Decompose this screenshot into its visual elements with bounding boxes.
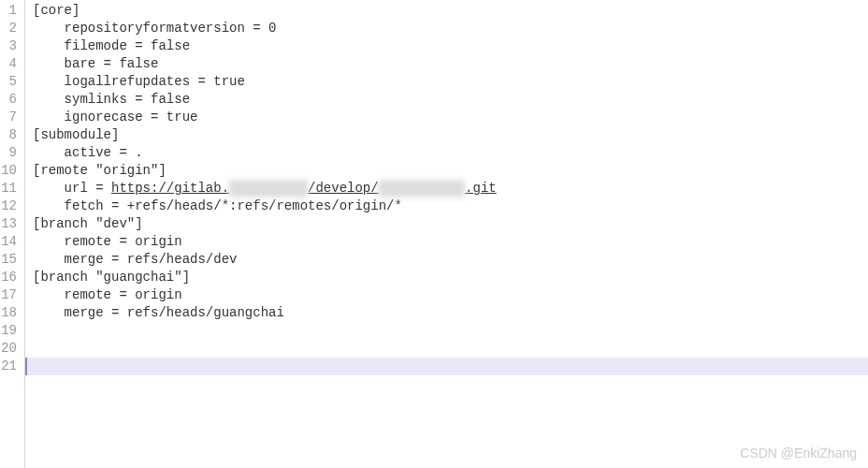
code-line[interactable]: bare = false xyxy=(27,55,868,73)
line-number: 9 xyxy=(0,144,17,162)
line-number: 5 xyxy=(0,73,17,91)
line-number: 19 xyxy=(0,322,17,340)
line-number: 14 xyxy=(0,233,17,251)
watermark-text: CSDN @EnkiZhang xyxy=(740,446,857,461)
code-line[interactable]: [core] xyxy=(27,2,868,20)
line-number: 17 xyxy=(0,286,17,304)
line-number: 10 xyxy=(0,162,17,180)
code-line[interactable]: merge = refs/heads/guangchai xyxy=(27,304,868,322)
line-number: 6 xyxy=(0,91,17,109)
code-line[interactable]: repositoryformatversion = 0 xyxy=(27,20,868,37)
code-line[interactable]: [submodule] xyxy=(27,126,868,144)
code-editor[interactable]: 123456789101112131415161718192021 [core]… xyxy=(0,0,868,468)
line-number: 1 xyxy=(0,2,17,20)
line-number: 15 xyxy=(0,251,17,269)
line-number: 20 xyxy=(0,340,17,358)
line-number: 3 xyxy=(0,37,17,55)
code-line[interactable]: logallrefupdates = true xyxy=(27,73,868,91)
code-line[interactable] xyxy=(25,358,868,375)
code-line[interactable]: url = https://gitlab.xxxxxxxxxx/develop/… xyxy=(27,180,868,197)
line-number: 13 xyxy=(0,215,17,233)
line-number: 4 xyxy=(0,55,17,73)
code-line[interactable]: active = . xyxy=(27,144,868,162)
line-number: 7 xyxy=(0,109,17,126)
line-number: 18 xyxy=(0,304,17,322)
line-number: 21 xyxy=(0,358,17,375)
code-line[interactable]: [branch "dev"] xyxy=(27,215,868,233)
code-line[interactable]: symlinks = false xyxy=(27,91,868,109)
code-line[interactable]: filemode = false xyxy=(27,37,868,55)
code-line[interactable]: [branch "guangchai"] xyxy=(27,269,868,286)
line-number: 8 xyxy=(0,126,17,144)
url-link[interactable]: https://gitlab.xxxxxxxxxx/develop/xxxxxx… xyxy=(111,181,497,196)
code-line[interactable]: ignorecase = true xyxy=(27,109,868,126)
code-line[interactable] xyxy=(27,340,868,358)
code-line[interactable] xyxy=(27,322,868,340)
code-line[interactable]: merge = refs/heads/dev xyxy=(27,251,868,269)
code-area[interactable]: [core] repositoryformatversion = 0 filem… xyxy=(24,0,868,468)
line-number-gutter: 123456789101112131415161718192021 xyxy=(0,0,24,468)
code-line[interactable]: remote = origin xyxy=(27,233,868,251)
line-number: 2 xyxy=(0,20,17,37)
line-number: 12 xyxy=(0,197,17,215)
code-line[interactable]: fetch = +refs/heads/*:refs/remotes/origi… xyxy=(27,197,868,215)
code-line[interactable]: [remote "origin"] xyxy=(27,162,868,180)
line-number: 16 xyxy=(0,269,17,286)
code-line[interactable]: remote = origin xyxy=(27,286,868,304)
line-number: 11 xyxy=(0,180,17,197)
